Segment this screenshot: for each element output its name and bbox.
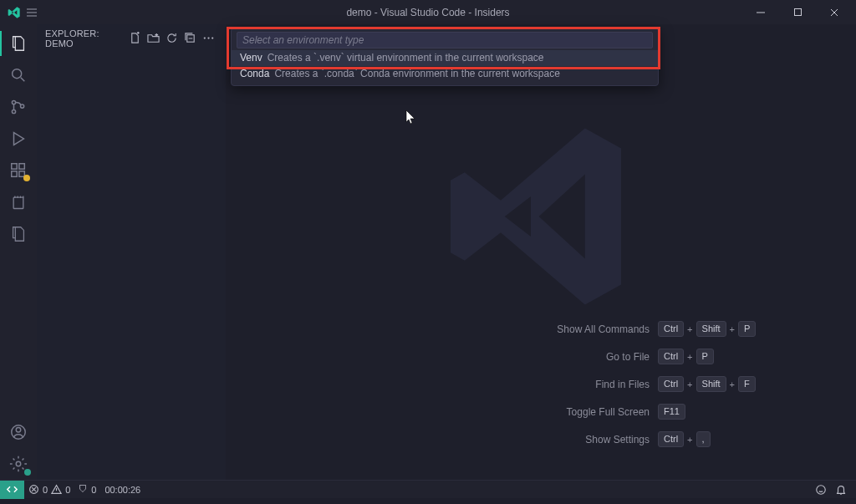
run-debug-icon[interactable] xyxy=(0,123,37,155)
explorer-header: EXPLORER: DEMO xyxy=(37,24,226,52)
shortcut-row: Show All CommandsCtrl+Shift+P xyxy=(324,321,758,337)
error-count: 0 xyxy=(43,485,48,495)
svg-point-11 xyxy=(16,428,21,433)
timer-text: 00:00:26 xyxy=(104,485,140,495)
qi-item-name: Conda xyxy=(240,68,269,79)
svg-point-1 xyxy=(13,69,22,79)
screencast-timer[interactable]: 00:00:26 xyxy=(100,481,145,499)
vscode-watermark-icon xyxy=(441,116,641,317)
shortcut-keys: Ctrl+P xyxy=(658,349,758,364)
ports-count: 0 xyxy=(91,485,96,495)
settings-gear-icon[interactable] xyxy=(0,448,37,480)
ports-status[interactable]: ⛉ 0 xyxy=(74,481,100,499)
svg-rect-0 xyxy=(794,9,801,16)
quick-input: Venv Creates a `.venv` virtual environme… xyxy=(231,28,659,86)
search-icon[interactable] xyxy=(0,59,37,91)
badge-dot xyxy=(24,469,31,476)
svg-point-12 xyxy=(16,461,21,466)
explorer-icon[interactable] xyxy=(0,28,37,59)
key: P xyxy=(738,321,756,337)
key: F xyxy=(738,376,756,392)
source-control-icon[interactable] xyxy=(0,91,37,123)
shortcut-row: Find in FilesCtrl+Shift+F xyxy=(324,376,758,392)
problems-status[interactable]: 0 0 xyxy=(24,481,74,499)
shortcut-row: Toggle Full ScreenF11 xyxy=(324,404,758,420)
more-icon[interactable] xyxy=(199,29,217,48)
shortcut-label: Show All Commands xyxy=(324,323,650,335)
key: Ctrl xyxy=(658,376,684,392)
notebook-icon[interactable] xyxy=(0,186,37,218)
shortcut-label: Go to File xyxy=(324,351,650,363)
shortcut-keys: Ctrl+Shift+F xyxy=(658,376,758,392)
new-folder-icon[interactable] xyxy=(144,29,162,48)
refresh-icon[interactable] xyxy=(162,29,181,48)
shortcut-keys: Ctrl+, xyxy=(658,431,758,447)
account-icon[interactable] xyxy=(0,416,37,448)
key: Ctrl xyxy=(658,321,684,337)
badge-dot xyxy=(23,175,30,181)
key: Ctrl xyxy=(658,431,684,447)
key: Shift xyxy=(696,376,726,392)
shortcut-label: Find in Files xyxy=(324,379,650,390)
qi-item-desc: Creates a `.conda` Conda environment in … xyxy=(274,68,560,79)
svg-rect-8 xyxy=(19,164,24,169)
svg-point-2 xyxy=(12,100,15,104)
shortcut-keys: Ctrl+Shift+P xyxy=(658,321,758,337)
shortcut-keys: F11 xyxy=(658,404,758,420)
activity-bar xyxy=(0,24,37,480)
svg-point-3 xyxy=(12,109,15,113)
menu-icon[interactable] xyxy=(25,6,38,19)
shortcut-label: Toggle Full Screen xyxy=(324,406,650,418)
svg-rect-6 xyxy=(12,171,17,176)
extensions-icon[interactable] xyxy=(0,155,37,186)
broadcast-icon: ⛉ xyxy=(79,484,88,495)
key: Ctrl xyxy=(658,349,684,364)
svg-point-14 xyxy=(203,37,205,38)
editor-area: Show All CommandsCtrl+Shift+PGo to FileC… xyxy=(226,24,856,480)
key: Shift xyxy=(696,321,726,337)
svg-point-16 xyxy=(211,37,213,38)
collapse-all-icon[interactable] xyxy=(181,29,199,48)
svg-rect-5 xyxy=(12,164,17,169)
title-bar: demo - Visual Studio Code - Insiders xyxy=(0,0,856,24)
remote-explorer-icon[interactable] xyxy=(0,218,37,250)
quick-input-item-venv[interactable]: Venv Creates a `.venv` virtual environme… xyxy=(232,50,658,66)
key: F11 xyxy=(658,404,685,420)
quick-input-text[interactable] xyxy=(242,34,647,46)
quick-input-field[interactable] xyxy=(237,32,653,48)
window-title: demo - Visual Studio Code - Insiders xyxy=(0,7,856,18)
shortcut-row: Go to FileCtrl+P xyxy=(324,349,758,364)
status-bar: 0 0 ⛉ 0 00:00:26 xyxy=(0,480,856,498)
key: , xyxy=(696,431,711,447)
shortcut-row: Show SettingsCtrl+, xyxy=(324,431,758,447)
qi-item-name: Venv xyxy=(240,52,262,64)
vscode-insiders-icon xyxy=(3,6,25,19)
maximize-button[interactable] xyxy=(779,0,816,24)
shortcut-label: Show Settings xyxy=(324,434,650,445)
notifications-icon[interactable] xyxy=(831,481,851,499)
feedback-icon[interactable] xyxy=(811,481,831,499)
svg-point-15 xyxy=(207,37,209,38)
key: P xyxy=(696,349,714,364)
warning-count: 0 xyxy=(65,485,70,495)
explorer-title: EXPLORER: DEMO xyxy=(45,28,125,48)
welcome-shortcuts: Show All CommandsCtrl+Shift+PGo to FileC… xyxy=(226,321,856,447)
qi-item-desc: Creates a `.venv` virtual environment in… xyxy=(268,52,544,64)
svg-rect-9 xyxy=(13,197,23,208)
quick-input-item-conda[interactable]: Conda Creates a `.conda` Conda environme… xyxy=(232,66,658,82)
new-file-icon[interactable] xyxy=(125,29,144,48)
close-button[interactable] xyxy=(816,0,853,24)
remote-indicator[interactable] xyxy=(0,481,24,499)
svg-point-18 xyxy=(817,485,826,494)
explorer-sidebar: EXPLORER: DEMO xyxy=(37,24,226,480)
minimize-button[interactable] xyxy=(742,0,779,24)
